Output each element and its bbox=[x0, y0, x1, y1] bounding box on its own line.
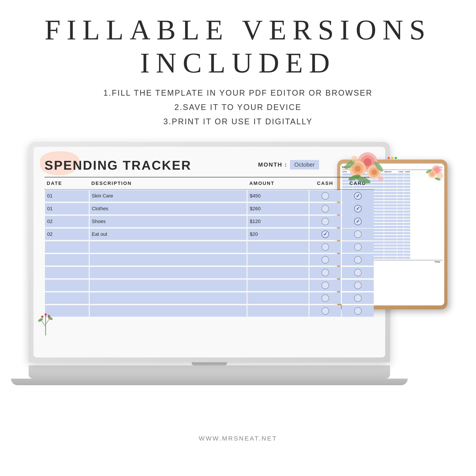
table-cell: Shoes bbox=[89, 215, 247, 228]
tablet-cell bbox=[397, 235, 404, 237]
checkbox-unchecked[interactable] bbox=[322, 269, 329, 276]
tablet-cell bbox=[404, 220, 410, 222]
checkbox-unchecked[interactable] bbox=[322, 205, 329, 212]
checkbox-cell[interactable] bbox=[309, 266, 341, 279]
checkbox-cell[interactable] bbox=[309, 202, 341, 215]
tablet-cell bbox=[404, 223, 410, 225]
table-row bbox=[45, 254, 374, 266]
table-cell bbox=[45, 266, 89, 279]
checkbox-unchecked[interactable] bbox=[354, 307, 362, 315]
checkbox-cell[interactable] bbox=[309, 241, 341, 254]
tablet-cell bbox=[397, 223, 404, 225]
checkbox-checked[interactable]: ✓ bbox=[354, 205, 362, 212]
checkbox-cell[interactable] bbox=[309, 254, 341, 266]
svg-point-5 bbox=[41, 316, 43, 318]
checkbox-cell[interactable] bbox=[341, 241, 374, 254]
table-cell: Clothes bbox=[89, 202, 247, 215]
dot-red bbox=[388, 157, 390, 159]
checkbox-unchecked[interactable] bbox=[354, 256, 362, 264]
checkbox-unchecked[interactable] bbox=[354, 269, 362, 276]
tablet-cell bbox=[397, 189, 404, 191]
table-cell bbox=[247, 292, 309, 305]
checkbox-checked[interactable]: ✓ bbox=[354, 218, 362, 225]
tablet-cell bbox=[397, 232, 404, 234]
t-col-card: CARD bbox=[404, 171, 411, 172]
table-cell bbox=[247, 254, 309, 266]
checkbox-cell[interactable] bbox=[341, 279, 374, 292]
tablet-cell bbox=[384, 192, 397, 194]
tablet-cell bbox=[384, 229, 397, 231]
tablet-cell bbox=[384, 214, 397, 216]
tablet-cell bbox=[404, 235, 410, 237]
checkbox-cell[interactable] bbox=[341, 266, 374, 279]
checkbox-cell[interactable] bbox=[309, 292, 341, 305]
checkbox-cell[interactable] bbox=[341, 254, 374, 266]
laptop-screen: SPENDING TRACKER MONTH : October DATE bbox=[34, 147, 385, 357]
tablet-cell bbox=[397, 247, 404, 250]
table-cell: 02 bbox=[45, 228, 89, 241]
tablet-cell bbox=[384, 232, 397, 234]
table-cell bbox=[247, 279, 309, 292]
table-cell: $120 bbox=[247, 215, 309, 228]
table-row bbox=[45, 305, 374, 317]
table-cell: Eat out bbox=[89, 228, 247, 241]
table-cell: 01 bbox=[45, 189, 89, 203]
main-title: FILLABLE VERSIONS INCLUDED bbox=[0, 13, 476, 79]
checkbox-cell[interactable]: ✓ bbox=[341, 202, 374, 215]
tablet-cell bbox=[404, 238, 410, 240]
checkbox-unchecked[interactable] bbox=[322, 294, 329, 302]
tablet-cell bbox=[397, 183, 404, 185]
screen-content: SPENDING TRACKER MONTH : October DATE bbox=[34, 147, 385, 357]
tablet-cell bbox=[404, 247, 410, 250]
table-cell bbox=[45, 241, 89, 254]
table-cell bbox=[89, 254, 247, 266]
checkbox-unchecked[interactable] bbox=[322, 256, 329, 264]
checkbox-cell[interactable] bbox=[341, 305, 374, 317]
tablet-cell bbox=[404, 186, 410, 188]
tablet-cell bbox=[404, 176, 410, 179]
checkbox-unchecked[interactable] bbox=[354, 231, 362, 238]
tablet-cell bbox=[404, 241, 410, 243]
subtitle-lines: 1.FILL THE TEMPLATE IN YOUR PDF EDITOR O… bbox=[0, 86, 476, 129]
tablet-cell bbox=[397, 176, 404, 179]
checkbox-cell[interactable]: ✓ bbox=[309, 228, 341, 241]
svg-point-26 bbox=[430, 172, 435, 176]
table-cell: $20 bbox=[247, 228, 309, 241]
checkbox-unchecked[interactable] bbox=[322, 307, 329, 315]
svg-line-2 bbox=[46, 319, 49, 324]
tablet-cell bbox=[397, 186, 404, 188]
checkbox-unchecked[interactable] bbox=[322, 218, 329, 225]
tablet-cell bbox=[404, 214, 410, 216]
tablet-cell bbox=[404, 207, 410, 210]
checkbox-cell[interactable] bbox=[341, 292, 374, 305]
checkmark-icon: ✓ bbox=[356, 206, 360, 212]
checkbox-cell[interactable] bbox=[309, 279, 341, 292]
table-cell bbox=[247, 266, 309, 279]
table-cell: 02 bbox=[45, 215, 89, 228]
checkbox-cell[interactable] bbox=[341, 228, 374, 241]
table-cell bbox=[89, 266, 247, 279]
tablet-cell bbox=[397, 220, 404, 222]
checkbox-checked[interactable]: ✓ bbox=[322, 231, 329, 238]
tablet-cell bbox=[384, 254, 397, 256]
checkbox-unchecked[interactable] bbox=[322, 243, 329, 251]
checkbox-unchecked[interactable] bbox=[354, 243, 362, 251]
tablet-cell bbox=[397, 226, 404, 228]
tablet-cell bbox=[397, 192, 404, 194]
checkbox-unchecked[interactable] bbox=[322, 282, 329, 289]
checkbox-cell[interactable] bbox=[309, 305, 341, 317]
checkbox-cell[interactable] bbox=[309, 215, 341, 228]
tablet-cell bbox=[404, 226, 410, 228]
tablet-cell bbox=[384, 251, 397, 253]
col-header-description: DESCRIPTION bbox=[89, 177, 247, 189]
tablet-cell bbox=[384, 223, 397, 225]
checkbox-cell[interactable]: ✓ bbox=[341, 215, 374, 228]
dot-yellow bbox=[391, 157, 393, 159]
checkbox-unchecked[interactable] bbox=[354, 282, 362, 289]
laptop-body: SPENDING TRACKER MONTH : October DATE bbox=[29, 142, 390, 362]
step3: 3.PRINT IT OR USE IT DIGITALLY bbox=[0, 115, 476, 129]
tablet-cell bbox=[384, 204, 397, 206]
table-cell bbox=[45, 292, 89, 305]
month-label: MONTH : bbox=[258, 161, 287, 168]
checkbox-unchecked[interactable] bbox=[354, 294, 362, 302]
